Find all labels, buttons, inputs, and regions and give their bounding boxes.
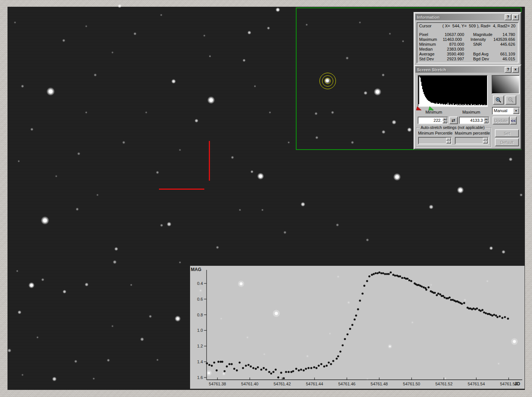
data-point [221, 361, 223, 363]
minimum-spinner[interactable]: ▲▼ [442, 117, 447, 123]
data-point [399, 275, 401, 277]
collapse-button[interactable]: << [510, 117, 517, 124]
data-point [342, 344, 343, 346]
data-point [480, 310, 481, 312]
x-tick-label: 54761.40 [241, 382, 258, 386]
help-icon[interactable]: ? [505, 14, 511, 20]
minimum-input[interactable] [419, 117, 442, 123]
background-star [307, 355, 308, 357]
histogram-bar [487, 105, 487, 106]
zoom-in-button[interactable] [493, 96, 504, 105]
crosshair-horizontal-line [159, 189, 204, 190]
data-point [328, 361, 330, 363]
data-point [245, 365, 247, 367]
data-point [305, 368, 307, 370]
data-point [250, 366, 252, 367]
data-point [359, 300, 361, 301]
background-star [200, 290, 201, 291]
stat-value: 143539.656 [493, 37, 518, 42]
stat-value: 3590.490 [442, 52, 464, 57]
data-point [252, 367, 254, 369]
background-star [464, 299, 465, 300]
minimum-label: Minimum [419, 110, 449, 114]
data-point [354, 318, 355, 320]
maximum-spinner[interactable]: ▲▼ [484, 117, 489, 123]
maximum-label: Maximum [456, 110, 486, 114]
auto-stretch-group-title: Auto-stretch settings (not applicable) [420, 125, 486, 130]
data-point [275, 369, 277, 370]
x-tick-label: 54761.38 [209, 382, 226, 386]
light-curve-plot: 0.40.60.81.01.21.41.654761.3854761.40547… [189, 265, 525, 389]
data-point [344, 338, 346, 340]
data-point [303, 369, 304, 371]
information-titlebar[interactable]: Information ? × [415, 14, 520, 20]
data-point [483, 312, 485, 313]
data-point [501, 317, 503, 319]
stretch-mode-dropdown[interactable]: Manual ▼ [492, 107, 520, 115]
max-percentile-field: ▲▼ [455, 137, 489, 144]
maximum-field[interactable]: ▲▼ [459, 117, 489, 124]
x-tick-label: 54761.44 [306, 382, 323, 386]
data-point [298, 369, 300, 371]
close-icon[interactable]: × [512, 67, 519, 73]
maximum-input[interactable] [460, 117, 483, 123]
stat-value: 2923.997 [442, 57, 464, 61]
max-percentile-spinner: ▲▼ [483, 138, 488, 144]
data-point [368, 275, 370, 277]
data-point [206, 362, 208, 364]
chevron-down-icon[interactable]: ▼ [513, 108, 519, 114]
data-point [208, 364, 210, 366]
data-point [384, 273, 386, 275]
update-button: Update [493, 117, 510, 124]
default-label: Default [501, 140, 514, 145]
background-star [330, 333, 331, 334]
data-point [330, 363, 332, 365]
x-tick-label: 54761.54 [468, 382, 485, 386]
background-star [337, 276, 339, 277]
min-percentile-label: Minimum Percentile [418, 131, 453, 135]
data-point [318, 365, 319, 367]
screen-stretch-panel: Screen Stretch ? × Minimum Maximum ▲▼ ⇄ … [414, 64, 522, 150]
data-point [265, 369, 267, 370]
data-point [436, 294, 438, 296]
stat-label: Std Dev [417, 57, 442, 61]
default-button: Default [495, 138, 519, 146]
data-point [481, 309, 483, 311]
data-point [476, 307, 478, 309]
data-point [388, 273, 390, 275]
data-point [313, 366, 315, 368]
data-point [300, 369, 302, 370]
data-point [382, 272, 384, 274]
help-icon[interactable]: ? [505, 67, 511, 73]
background-star [389, 345, 391, 347]
histogram[interactable] [418, 75, 488, 107]
cursor-value: ( X= 544, Y= 509 ), Rad= 4, Rad2= 20 [442, 24, 516, 28]
zoom-in-icon [495, 97, 502, 103]
background-star [412, 322, 413, 323]
data-point [485, 312, 487, 314]
max-percentile-label: Maximum percentile [455, 131, 490, 135]
data-point [425, 289, 427, 291]
data-point [392, 274, 394, 276]
data-point [472, 307, 474, 309]
y-tick-label: 1.2 [197, 344, 203, 348]
minimum-field[interactable]: ▲▼ [418, 117, 448, 124]
swap-min-max-button[interactable]: ⇄ [449, 117, 458, 124]
close-icon[interactable]: × [512, 14, 519, 20]
data-point [336, 358, 337, 360]
stat-value: 445.626 [497, 42, 518, 47]
update-label: Update [495, 118, 508, 123]
background-star [498, 363, 499, 364]
y-tick-label: 0.8 [197, 313, 203, 317]
data-point [247, 364, 249, 366]
background-star [513, 340, 516, 343]
x-tick-label: 54761.46 [338, 382, 355, 386]
data-point [394, 274, 396, 276]
stat-label: Pixel [417, 32, 442, 37]
screen-stretch-titlebar[interactable]: Screen Stretch ? × [415, 66, 520, 73]
data-point [277, 376, 279, 378]
data-point [371, 274, 373, 276]
data-point [373, 273, 375, 275]
set-label: Set [504, 131, 510, 136]
data-point [423, 286, 424, 288]
